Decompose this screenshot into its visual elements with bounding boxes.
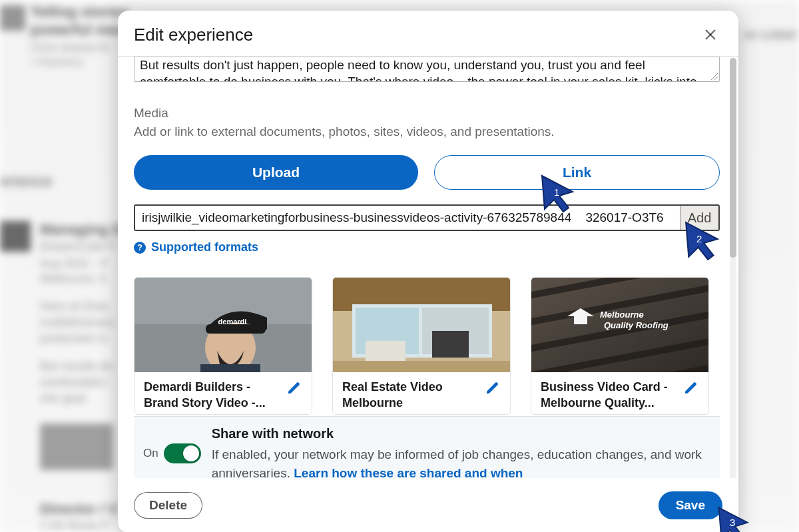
- modal-body: But results don't just happen, people ne…: [118, 57, 738, 478]
- media-card[interactable]: Melbourne Quality Roofing Business Video…: [531, 277, 709, 415]
- media-card-title: Real Estate Video Melbourne: [342, 379, 479, 411]
- link-url-input[interactable]: [135, 206, 680, 230]
- edit-media-button[interactable]: [285, 379, 304, 398]
- svg-line-3: [714, 77, 718, 80]
- share-toggle[interactable]: [164, 443, 201, 463]
- svg-text:demardi: demardi: [218, 318, 247, 326]
- pencil-icon: [287, 381, 302, 396]
- link-input-row: Add: [134, 204, 720, 231]
- media-card-title: Business Video Card - Melbourne Quality.…: [541, 379, 678, 411]
- svg-rect-10: [200, 364, 260, 372]
- media-card-title: Demardi Builders - Brand Story Video -..…: [144, 379, 281, 411]
- edit-media-button[interactable]: [483, 379, 502, 398]
- modal-footer: Delete Save: [118, 478, 738, 532]
- modal-title: Edit experience: [134, 25, 253, 45]
- description-textarea[interactable]: But results don't just happen, people ne…: [134, 57, 720, 82]
- media-card-row: demardi Demardi Builders - Brand Story V…: [134, 277, 720, 415]
- svg-rect-17: [432, 331, 469, 358]
- edit-media-button[interactable]: [682, 379, 700, 398]
- modal-header: Edit experience: [118, 11, 738, 57]
- link-button[interactable]: Link: [434, 155, 720, 190]
- media-thumbnail: Melbourne Quality Roofing: [531, 278, 708, 372]
- media-heading: Media: [134, 106, 720, 121]
- svg-rect-18: [333, 361, 510, 372]
- media-card[interactable]: Real Estate Video Melbourne: [332, 277, 511, 415]
- delete-button[interactable]: Delete: [134, 492, 202, 519]
- close-button[interactable]: [698, 23, 722, 47]
- pencil-icon: [684, 381, 698, 396]
- svg-rect-16: [366, 341, 405, 361]
- svg-text:Melbourne: Melbourne: [600, 310, 644, 320]
- close-icon: [702, 27, 718, 43]
- pencil-icon: [485, 381, 500, 396]
- help-icon: ?: [134, 242, 146, 254]
- upload-button[interactable]: Upload: [134, 155, 418, 190]
- add-link-button[interactable]: Add: [680, 206, 718, 230]
- media-thumbnail: demardi: [134, 278, 312, 372]
- edit-experience-modal: Edit experience But results don't just h…: [118, 11, 738, 532]
- resize-handle[interactable]: [709, 71, 718, 81]
- svg-line-2: [711, 73, 718, 80]
- save-button[interactable]: Save: [659, 491, 722, 519]
- supported-formats-link[interactable]: ? Supported formats: [134, 240, 258, 254]
- share-description: If enabled, your network may be informed…: [212, 445, 706, 478]
- scrollbar-thumb[interactable]: [730, 58, 736, 258]
- media-card[interactable]: demardi Demardi Builders - Brand Story V…: [134, 277, 312, 415]
- share-with-network-section: On Share with network If enabled, your n…: [134, 416, 720, 478]
- svg-rect-8: [206, 324, 266, 334]
- media-thumbnail: [333, 278, 510, 372]
- media-hint: Add or link to external documents, photo…: [134, 125, 720, 139]
- learn-more-link[interactable]: Learn how these are shared and when: [294, 466, 523, 478]
- share-title: Share with network: [212, 426, 706, 441]
- svg-text:Quality Roofing: Quality Roofing: [604, 320, 668, 330]
- toggle-state-label: On: [143, 447, 158, 460]
